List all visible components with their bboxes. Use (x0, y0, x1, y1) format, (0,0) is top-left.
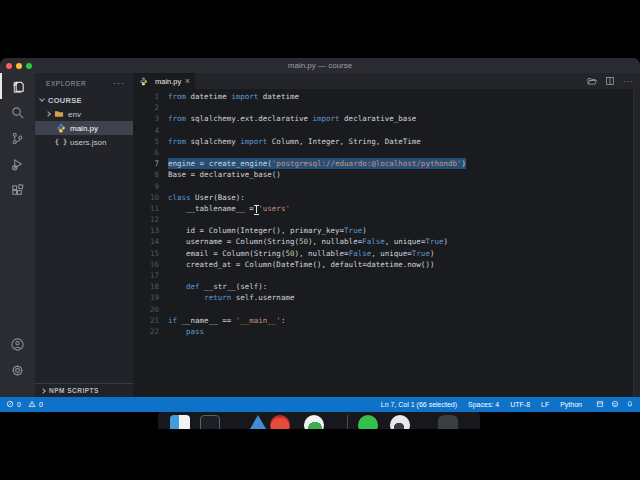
code-text: id = Column(Integer(), primary_key=True) (168, 225, 367, 236)
explorer-more-actions[interactable]: ··· (113, 78, 125, 88)
errors-count: 0 (17, 401, 21, 408)
code-line-7[interactable]: 7engine = create_engine('postgresql://ed… (133, 158, 632, 169)
code-line-19[interactable]: 19 return self.username (133, 292, 632, 303)
status-bar: 0 0 Ln 7, Col 1 (66 selected)Spaces: 4UT… (0, 397, 640, 412)
file-row-main-py[interactable]: main.py (35, 121, 133, 135)
code-line-22[interactable]: 22 pass (133, 326, 632, 337)
file-tree: COURSE envmain.py{ }users.json (35, 93, 133, 149)
file-row-env[interactable]: env (35, 107, 133, 121)
file-name: main.py (70, 124, 98, 133)
code-line-11[interactable]: 11 __tablename__ = 'users' (133, 203, 632, 214)
line-number: 18 (133, 281, 159, 292)
window-title: main.py — course (0, 61, 640, 70)
dock-icon-dark-cylinder[interactable] (438, 415, 458, 429)
errors-icon[interactable] (6, 400, 14, 409)
open-folder-icon[interactable] (587, 72, 597, 90)
code-line-10[interactable]: 10class User(Base): (133, 192, 632, 203)
code-line-20[interactable]: 20 (133, 304, 632, 315)
code-line-18[interactable]: 18 def __str__(self): (133, 281, 632, 292)
code-line-4[interactable]: 4 (133, 125, 632, 136)
code-line-13[interactable]: 13 id = Column(Integer(), primary_key=Tr… (133, 225, 632, 236)
code-line-3[interactable]: 3from sqlalchemy.ext.declarative import … (133, 113, 632, 124)
dock-icon-window-app[interactable] (170, 415, 190, 429)
file-row-users-json[interactable]: { }users.json (35, 135, 133, 149)
line-number: 1 (133, 91, 159, 102)
line-number: 13 (133, 225, 159, 236)
code-line-1[interactable]: 1from datetime import datetime (133, 91, 632, 102)
code-line-2[interactable]: 2 (133, 102, 632, 113)
dock-icon-blue-triangle[interactable] (250, 415, 266, 429)
line-number: 3 (133, 113, 159, 124)
code-text: from sqlalchemy import Column, Integer, … (168, 136, 421, 147)
code-line-9[interactable]: 9 (133, 181, 632, 192)
file-name: users.json (70, 138, 106, 147)
dock-icon-gray-app[interactable] (390, 415, 410, 429)
line-number: 14 (133, 236, 159, 247)
code-line-5[interactable]: 5from sqlalchemy import Column, Integer,… (133, 136, 632, 147)
editor-layout-icon[interactable] (596, 400, 604, 409)
activity-bar (0, 73, 35, 397)
code-text: if __name__ == '__main__': (168, 315, 285, 326)
explorer-header-label: EXPLORER (46, 80, 86, 87)
line-number: 5 (133, 136, 159, 147)
code-line-14[interactable]: 14 username = Column(String(50), nullabl… (133, 236, 632, 247)
status-item[interactable]: UTF-8 (510, 401, 530, 408)
dock-separator (347, 415, 348, 429)
chevron-right-icon (45, 111, 51, 117)
code-line-16[interactable]: 16 created_at = Column(DateTime(), defau… (133, 259, 632, 270)
dock-icon-terminal[interactable] (200, 415, 220, 429)
folder-file-icon (54, 109, 64, 119)
code-line-15[interactable]: 15 email = Column(String(50), nullable=F… (133, 248, 632, 259)
code-line-6[interactable]: 6 (133, 147, 632, 158)
warnings-icon[interactable] (28, 400, 36, 409)
extensions-icon[interactable] (0, 177, 35, 203)
line-number: 4 (133, 125, 159, 136)
chevron-right-icon (40, 388, 46, 394)
line-number: 11 (133, 203, 159, 214)
source-control-icon[interactable] (0, 125, 35, 151)
line-number: 9 (133, 181, 159, 192)
status-item[interactable]: Python (560, 401, 582, 408)
code-text: class User(Base): (168, 192, 245, 203)
tab-close-icon[interactable]: × (185, 77, 190, 86)
code-line-17[interactable]: 17 (133, 270, 632, 281)
code-text: Base = declarative_base() (168, 169, 281, 180)
code-text: return self.username (168, 292, 294, 303)
status-item[interactable]: LF (541, 401, 549, 408)
line-number: 2 (133, 102, 159, 113)
feedback-smiley-icon[interactable] (611, 400, 619, 409)
editor-more-actions[interactable]: ··· (623, 77, 634, 86)
screen: main.py — course (0, 0, 640, 480)
code-editor[interactable]: 1from datetime import datetime23from sql… (133, 89, 640, 397)
code-text: username = Column(String(50), nullable=F… (168, 236, 448, 247)
line-number: 7 (133, 158, 159, 169)
line-number: 6 (133, 147, 159, 158)
tab-main-py[interactable]: main.py × (133, 73, 195, 89)
line-number: 17 (133, 270, 159, 281)
selected-code-text: engine = create_engine('postgresql://edu… (168, 158, 466, 169)
editor-scrollbar[interactable] (633, 89, 640, 397)
notifications-bell-icon[interactable] (626, 400, 634, 409)
explorer-sidebar: EXPLORER ··· COURSE envmain.py{ }users.j… (35, 73, 133, 397)
code-line-8[interactable]: 8Base = declarative_base() (133, 169, 632, 180)
line-number: 21 (133, 315, 159, 326)
code-line-21[interactable]: 21if __name__ == '__main__': (133, 315, 632, 326)
run-debug-icon[interactable] (0, 151, 35, 177)
settings-gear-icon[interactable] (0, 357, 35, 383)
search-icon[interactable] (0, 99, 35, 125)
dock-icon-white-green-app[interactable] (304, 415, 324, 429)
split-editor-icon[interactable] (605, 72, 615, 90)
json-file-icon: { } (56, 137, 66, 147)
code-line-12[interactable]: 12 (133, 214, 632, 225)
status-item[interactable]: Ln 7, Col 1 (66 selected) (381, 401, 457, 408)
explorer-icon[interactable] (0, 73, 35, 99)
npm-scripts-section[interactable]: NPM SCRIPTS (35, 383, 133, 397)
account-icon[interactable] (0, 331, 35, 357)
text-cursor-ibeam (254, 205, 259, 213)
dock-icon-red-app[interactable] (270, 415, 290, 429)
folder-root-course[interactable]: COURSE (35, 93, 133, 107)
python-file-icon (138, 76, 148, 86)
line-number: 16 (133, 259, 159, 270)
dock-icon-green-app[interactable] (358, 415, 378, 429)
status-item[interactable]: Spaces: 4 (468, 401, 499, 408)
